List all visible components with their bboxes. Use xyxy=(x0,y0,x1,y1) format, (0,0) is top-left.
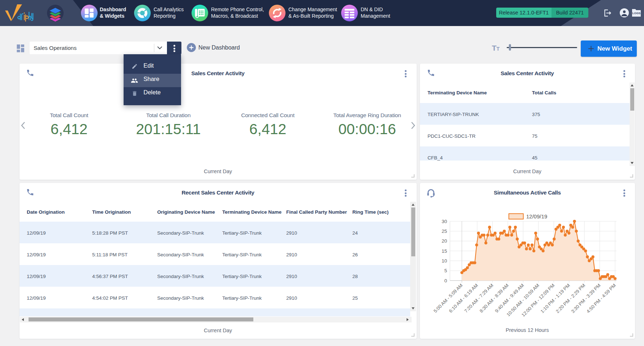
svg-text:25: 25 xyxy=(442,228,447,234)
svg-text:5: 5 xyxy=(444,268,447,273)
svg-text:20: 20 xyxy=(442,238,447,244)
svg-text:9:40 AM - 9:49 AM: 9:40 AM - 9:49 AM xyxy=(494,283,525,314)
svg-text:15: 15 xyxy=(442,248,447,254)
svg-text:8:30 AM - 8:39 AM: 8:30 AM - 8:39 AM xyxy=(478,283,510,314)
svg-text:5:00 AM - 5:09 AM: 5:00 AM - 5:09 AM xyxy=(433,283,464,314)
svg-text:30: 30 xyxy=(442,219,447,224)
svg-text:10: 10 xyxy=(442,258,447,264)
svg-text:6:10 AM - 6:19 AM: 6:10 AM - 6:19 AM xyxy=(448,283,479,314)
svg-text:4:50 PM - 4:59 PM: 4:50 PM - 4:59 PM xyxy=(585,283,617,314)
svg-text:7:20 AM - 7:29 AM: 7:20 AM - 7:29 AM xyxy=(463,283,494,314)
svg-text:12/09/19: 12/09/19 xyxy=(526,213,547,219)
svg-text:0: 0 xyxy=(444,278,447,283)
